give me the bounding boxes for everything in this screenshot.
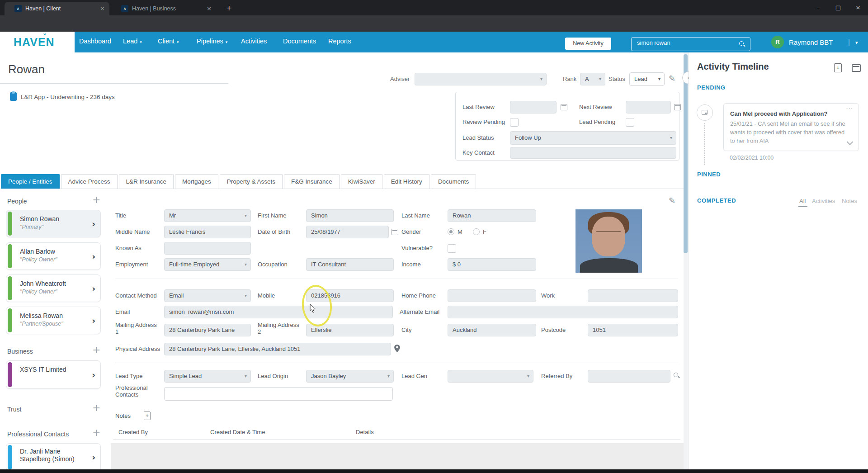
user-name[interactable]: Raymond BBT	[789, 38, 833, 46]
employment-value: Full-time Employed	[169, 261, 219, 268]
adviser-dropdown[interactable]: ▾	[415, 73, 547, 85]
referred-by-input[interactable]	[588, 370, 670, 383]
tab-close-icon[interactable]: ×	[100, 5, 105, 12]
tab-people-entities[interactable]: People / Entities	[1, 174, 60, 189]
form-divider	[115, 279, 678, 279]
calendar-icon[interactable]	[392, 229, 398, 235]
email-input[interactable]: simon_rowan@msn.com	[164, 306, 393, 318]
status-dropdown[interactable]: Lead▾	[629, 72, 665, 86]
last-name-input[interactable]: Rowan	[448, 209, 536, 222]
dob-input[interactable]: 25/08/1977	[306, 226, 389, 238]
search-icon[interactable]	[739, 41, 745, 47]
middle-name-input[interactable]: Leslie Francis	[164, 226, 251, 238]
title-label: Title	[115, 209, 126, 222]
main-scrollbar-thumb[interactable]	[684, 54, 688, 253]
last-review-input[interactable]	[510, 101, 557, 114]
contact-method-dropdown[interactable]: Email▾	[164, 289, 251, 302]
postcode-input[interactable]: 1051	[588, 324, 678, 336]
city-input[interactable]: Auckland	[448, 324, 536, 336]
first-name-input[interactable]: Simon	[306, 209, 394, 222]
search-input[interactable]	[636, 39, 735, 47]
window-maximize-button[interactable]: □	[829, 4, 847, 12]
tab-lr-insurance[interactable]: L&R Insurance	[119, 174, 174, 189]
employment-dropdown[interactable]: Full-time Employed▾	[164, 258, 251, 271]
vulnerable-checkbox[interactable]	[448, 244, 456, 253]
tab-close-icon[interactable]: ×	[207, 5, 212, 12]
filter-activities[interactable]: Activities	[812, 198, 835, 204]
gender-female-radio[interactable]	[473, 228, 480, 235]
calendar-icon[interactable]	[561, 104, 567, 110]
pipeline-status-text[interactable]: L&R App - Underwriting - 236 days	[21, 94, 115, 100]
user-menu-chevron-icon[interactable]: ▾	[855, 40, 858, 46]
physical-address-input[interactable]: 28 Canterbury Park Lane, Ellerslie, Auck…	[164, 343, 391, 355]
chevron-down-icon: ▾	[540, 73, 542, 85]
nav-activities[interactable]: Activities	[241, 38, 267, 45]
edit-person-pencil-icon[interactable]: ✎	[669, 196, 675, 205]
vulnerable-label: Vulnerable?	[401, 242, 433, 255]
timeline-add-note-icon[interactable]: +	[834, 63, 842, 72]
gender-male-radio[interactable]	[448, 228, 454, 235]
mailing-address1-input[interactable]: 28 Canterbury Park Lane	[164, 324, 251, 336]
nav-documents[interactable]: Documents	[283, 38, 316, 45]
rank-dropdown[interactable]: A▾	[580, 73, 605, 85]
referred-by-search-icon[interactable]	[674, 373, 680, 379]
nav-reports[interactable]: Reports	[328, 38, 351, 45]
calendar-icon[interactable]	[674, 104, 681, 110]
user-avatar[interactable]: R	[771, 36, 784, 48]
add-professional-contact-button[interactable]: +	[92, 428, 100, 437]
person-card-allan-barlow[interactable]: Allan Barlow "Policy Owner" ›	[6, 242, 101, 270]
lead-origin-dropdown[interactable]: Jason Bayley▾	[306, 370, 394, 383]
lead-status-dropdown[interactable]: Follow Up▾	[510, 131, 676, 145]
new-tab-button[interactable]: +	[226, 4, 232, 12]
map-pin-icon[interactable]	[394, 345, 400, 352]
tab-fg-insurance[interactable]: F&G Insurance	[284, 174, 340, 189]
window-close-button[interactable]: ×	[849, 4, 867, 12]
next-review-input[interactable]	[626, 101, 671, 114]
tab-documents[interactable]: Documents	[431, 174, 476, 189]
add-trust-button[interactable]: +	[92, 403, 100, 412]
global-search-box	[631, 37, 750, 51]
key-contact-input[interactable]	[510, 147, 676, 159]
status-value: Lead	[634, 76, 647, 82]
browser-tab-client[interactable]: ∧ Haven | Client ×	[5, 2, 109, 15]
title-dropdown[interactable]: Mr▾	[164, 209, 251, 222]
tab-property-assets[interactable]: Property & Assets	[220, 174, 283, 189]
browser-tab-business[interactable]: ∧ Haven | Business ×	[111, 2, 216, 15]
professional-contact-card[interactable]: Dr. Janli Marie Stapelberg (Simon) ›	[6, 443, 101, 471]
tab-kiwisaver[interactable]: KiwiSaver	[341, 174, 382, 189]
add-person-button[interactable]: +	[92, 195, 100, 204]
business-card-xsys[interactable]: XSYS IT Limited ›	[6, 360, 101, 389]
window-minimize-button[interactable]: –	[809, 4, 827, 12]
add-business-button[interactable]: +	[92, 345, 100, 355]
income-input[interactable]: $ 0	[448, 258, 536, 271]
pending-activity-card[interactable]: ··· Can Mel proceed with Application? 25…	[723, 103, 859, 151]
edit-client-pencil-icon[interactable]: ✎	[669, 74, 675, 83]
filter-notes[interactable]: Notes	[842, 198, 857, 204]
professional-contacts-input[interactable]	[164, 387, 393, 401]
work-input[interactable]	[588, 289, 678, 302]
lead-type-dropdown[interactable]: Simple Lead▾	[164, 370, 251, 383]
home-phone-input[interactable]	[448, 289, 536, 302]
nav-dashboard[interactable]: Dashboard	[79, 38, 111, 45]
lead-pending-checkbox[interactable]	[626, 118, 634, 127]
tab-edit-history[interactable]: Edit History	[384, 174, 429, 189]
new-activity-button[interactable]: New Activity	[565, 38, 611, 50]
lead-gen-dropdown[interactable]: ▾	[448, 370, 533, 383]
add-note-icon[interactable]: +	[144, 412, 151, 420]
nav-lead[interactable]: Lead▾	[123, 38, 142, 45]
tab-advice-process[interactable]: Advice Process	[61, 174, 118, 189]
nav-pipelines[interactable]: Pipelines▾	[197, 38, 227, 45]
nav-client[interactable]: Client▾	[158, 38, 179, 45]
occupation-input[interactable]: IT Consultant	[306, 258, 394, 271]
review-pending-checkbox[interactable]	[510, 118, 519, 127]
person-card-melissa-rowan[interactable]: Melissa Rowan "Partner/Spouse" ›	[6, 307, 101, 334]
filter-all[interactable]: All	[799, 198, 806, 204]
known-as-input[interactable]	[164, 242, 251, 255]
tab-mortgages[interactable]: Mortgages	[175, 174, 218, 189]
haven-logo[interactable]: HAVEN	[14, 36, 55, 49]
gender-label: Gender	[401, 226, 421, 238]
person-card-simon-rowan[interactable]: Simon Rowan "Primary" ›	[6, 210, 101, 237]
timeline-calendar-icon[interactable]	[852, 64, 861, 72]
person-card-john-wheatcroft[interactable]: John Wheatcroft "Policy Owner" ›	[6, 274, 101, 302]
alternate-email-input[interactable]	[448, 306, 678, 318]
